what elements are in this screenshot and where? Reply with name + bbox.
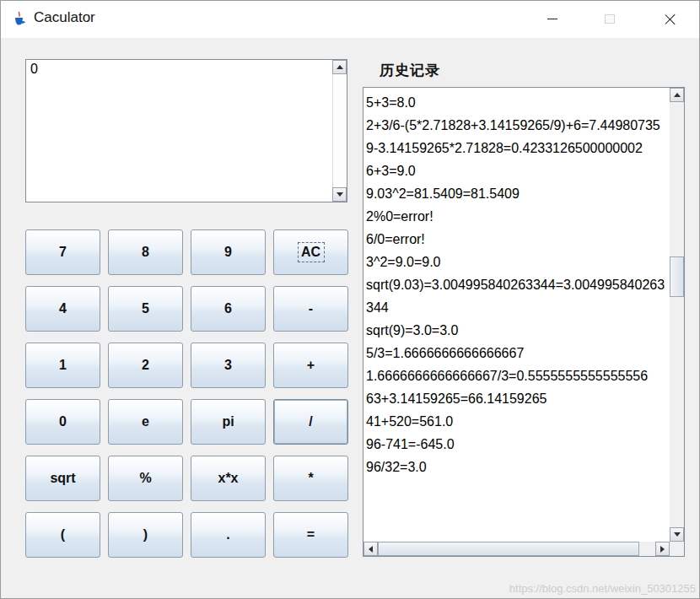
calc-button-open-paren[interactable]: ( — [25, 512, 100, 558]
calc-button-4[interactable]: 4 — [25, 286, 100, 332]
keypad: 7 8 9 AC 4 5 6 - 1 2 3 + 0 e pi / sqrt %… — [25, 229, 348, 558]
history-scroll-up-button[interactable] — [670, 88, 684, 102]
calc-button-e[interactable]: e — [108, 399, 183, 445]
history-vertical-scrollbar[interactable] — [670, 88, 684, 542]
calc-button-clear[interactable]: AC — [273, 229, 348, 275]
history-panel: 5+3=8.0 2+3/6-(5*2.71828+3.14159265/9)+6… — [363, 87, 685, 557]
history-line: 3^2=9.0=9.0 — [366, 251, 668, 273]
scroll-up-icon — [674, 93, 681, 97]
calc-button-equals[interactable]: = — [273, 512, 348, 558]
history-label: 历史记录 — [380, 61, 440, 80]
watermark-url: https://blog.csdn.net/weixin_50301255 — [509, 582, 696, 595]
history-line: sqrt(9.03)=3.004995840263344=3.004995840… — [366, 273, 668, 319]
calc-button-decimal[interactable]: . — [191, 512, 266, 558]
calc-button-1[interactable]: 1 — [25, 343, 100, 388]
history-line: 2%0=error! — [366, 205, 668, 228]
history-line: 5+3=8.0 — [366, 91, 668, 114]
history-line: 63+3.14159265=66.14159265 — [366, 387, 668, 410]
maximize-button[interactable] — [590, 0, 629, 38]
display-vertical-scrollbar[interactable] — [332, 60, 347, 202]
history-line: 6+3=9.0 — [366, 159, 668, 182]
history-scroll-right-button[interactable] — [655, 542, 670, 556]
calc-button-9[interactable]: 9 — [191, 229, 266, 275]
calc-button-add[interactable]: + — [273, 343, 348, 388]
calc-button-pi[interactable]: pi — [191, 399, 266, 445]
display-scroll-down-button[interactable] — [332, 187, 347, 202]
calc-button-5[interactable]: 5 — [108, 286, 183, 332]
history-line: 6/0=error! — [366, 228, 668, 251]
minimize-icon — [547, 19, 557, 19]
scrollbar-corner — [670, 542, 684, 556]
calc-button-square[interactable]: x*x — [191, 456, 266, 501]
calc-button-subtract[interactable]: - — [273, 286, 348, 332]
history-line: 1.6666666666666667/3=0.5555555555555556 — [366, 364, 668, 387]
history-line: 9.03^2=81.5409=81.5409 — [366, 182, 668, 205]
calc-button-0[interactable]: 0 — [25, 399, 100, 445]
history-scroll-down-button[interactable] — [670, 527, 684, 542]
calc-button-3[interactable]: 3 — [191, 343, 266, 388]
calc-button-multiply[interactable]: * — [273, 456, 348, 501]
scroll-up-icon — [337, 65, 343, 69]
history-line: sqrt(9)=3.0=3.0 — [366, 319, 668, 342]
calc-button-modulo[interactable]: % — [108, 456, 183, 501]
display-scroll-up-button[interactable] — [332, 60, 347, 74]
history-line: 2+3/6-(5*2.71828+3.14159265/9)+6=7.44980… — [366, 114, 668, 137]
history-horizontal-scrollbar[interactable] — [363, 542, 670, 556]
maximize-icon — [605, 14, 615, 24]
history-line: 96/32=3.0 — [366, 456, 668, 478]
close-icon — [665, 13, 676, 25]
vertical-scrollbar-thumb[interactable] — [670, 256, 684, 297]
close-button[interactable] — [649, 0, 692, 38]
history-text-area[interactable]: 5+3=8.0 2+3/6-(5*2.71828+3.14159265/9)+6… — [363, 88, 670, 542]
history-scroll-left-button[interactable] — [363, 542, 378, 556]
horizontal-scrollbar-thumb[interactable] — [378, 542, 639, 556]
scroll-right-icon — [660, 546, 665, 553]
titlebar: Caculator — [0, 0, 700, 38]
java-app-icon — [12, 11, 27, 26]
window-title: Caculator — [34, 9, 95, 26]
calc-button-close-paren[interactable]: ) — [108, 512, 183, 558]
calc-button-2[interactable]: 2 — [108, 343, 183, 388]
scroll-left-icon — [369, 546, 373, 553]
history-line: 5/3=1.6666666666666667 — [366, 342, 668, 364]
expression-display[interactable]: 0 — [26, 60, 332, 202]
expression-display-pane: 0 — [25, 59, 347, 202]
calc-button-6[interactable]: 6 — [191, 286, 266, 332]
calc-button-7[interactable]: 7 — [25, 229, 100, 275]
minimize-button[interactable] — [533, 0, 572, 38]
history-line: 96-741=-645.0 — [366, 433, 668, 456]
history-line: 41+520=561.0 — [366, 410, 668, 433]
scroll-down-icon — [674, 532, 681, 537]
calc-button-divide[interactable]: / — [273, 399, 348, 445]
calc-button-8[interactable]: 8 — [108, 229, 183, 275]
calc-button-sqrt[interactable]: sqrt — [25, 456, 100, 501]
history-line: 9-3.14159265*2.71828=0.4233126500000002 — [366, 137, 668, 159]
scroll-down-icon — [337, 192, 343, 197]
